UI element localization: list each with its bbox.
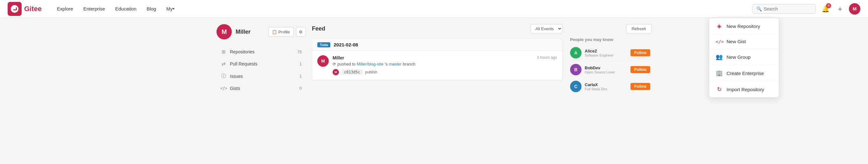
suggest-name-3: CarlaX (585, 82, 627, 87)
dropdown-import-repository[interactable]: ↻ Import Repository (709, 81, 779, 97)
follow-button-2[interactable]: Follow (630, 66, 650, 73)
nav-enterprise[interactable]: Enterprise (78, 0, 110, 18)
issues-label: Issues (230, 74, 300, 79)
event-user-avatar: M (317, 55, 329, 67)
suggest-item-2: B BobDev Open Source Lover Follow (569, 61, 651, 78)
dropdown-create-enterprise-label: Create Enterprise (726, 71, 764, 76)
feed-header: Feed All Events (312, 24, 562, 33)
event-filter-select[interactable]: All Events (531, 24, 562, 33)
suggest-avatar-1: A (570, 47, 582, 59)
nav-right-actions: 🔍 🔔 8 ＋ M (752, 3, 860, 14)
sidebar-menu: ⊞ Repositories 75 ⇄ Pull Requests 1 ⓘ Is… (217, 46, 306, 94)
nav-explore[interactable]: Explore (52, 0, 78, 18)
sidebar-item-pull-requests[interactable]: ⇄ Pull Requests 1 (217, 58, 306, 70)
notification-badge: 8 (826, 3, 831, 8)
sidebar: M Miller 📋 Profile ⚙ ⊞ Repositories 75 ⇄ (217, 24, 306, 100)
pull-request-icon: ⇄ (220, 61, 227, 67)
new-gist-icon: </> (716, 39, 723, 44)
repositories-count: 75 (297, 50, 302, 54)
right-panel: Refresh People you may know A AliceZ Sof… (569, 24, 651, 100)
repositories-label: Repositories (230, 49, 297, 54)
follow-button-1[interactable]: Follow (630, 49, 650, 56)
user-actions: 📋 Profile ⚙ (268, 27, 306, 37)
follow-button-3[interactable]: Follow (630, 83, 650, 90)
suggest-sub-1: Software Engineer (585, 54, 627, 57)
profile-icon: 📋 (272, 30, 277, 34)
gists-label: Gists (230, 86, 300, 91)
new-group-icon: 👥 (716, 54, 723, 60)
suggest-avatar-3: C (570, 81, 582, 92)
notifications-button[interactable]: 🔔 8 (820, 3, 831, 14)
event-body: Miller ⟳ pushed to Miller/blog-site 's m… (333, 55, 557, 75)
new-repo-icon: ◈ (716, 23, 723, 30)
username: Miller (236, 29, 251, 35)
create-enterprise-icon: 🏢 (716, 70, 723, 76)
event-username: Miller (333, 55, 415, 60)
pull-requests-count: 1 (300, 62, 302, 66)
nav-links: Explore Enterprise Education Blog My (52, 0, 752, 18)
logo-text: Gitee (24, 5, 42, 13)
suggest-item-1: A AliceZ Software Engineer Follow (569, 44, 651, 61)
search-box[interactable]: 🔍 (752, 4, 816, 14)
profile-label: Profile (278, 30, 290, 34)
repo-icon: ⊞ (220, 49, 227, 55)
dropdown-new-gist[interactable]: </> New Gist (709, 34, 779, 49)
suggest-info-2: BobDev Open Source Lover (585, 65, 627, 74)
event-repo-link[interactable]: Miller/blog-site (357, 62, 383, 66)
commit-message: publish (365, 70, 377, 74)
nav-blog[interactable]: Blog (142, 0, 161, 18)
logo-icon (8, 2, 22, 16)
suggest-info-3: CarlaX Full Stack Dev (585, 82, 627, 91)
event-time: 3 hours ago (537, 55, 557, 60)
event-description: ⟳ pushed to Miller/blog-site 's master b… (333, 62, 415, 66)
suggest-info-1: AliceZ Software Engineer (585, 48, 627, 57)
plus-button[interactable]: ＋ (835, 4, 845, 14)
push-icon: ⟳ (333, 62, 336, 66)
nav-my[interactable]: My (161, 0, 180, 18)
dropdown-new-repository[interactable]: ◈ New Repository (709, 18, 779, 34)
refresh-button[interactable]: Refresh (626, 24, 651, 33)
profile-button[interactable]: 📋 Profile (268, 27, 293, 37)
commit-hash[interactable]: c813d5c (341, 69, 363, 75)
feed-filter: All Events (531, 24, 562, 33)
top-navigation: Gitee Explore Enterprise Education Blog … (0, 0, 868, 18)
search-input[interactable] (764, 6, 812, 11)
user-avatar-button[interactable]: M (849, 3, 860, 14)
commit-avatar: M (333, 69, 339, 75)
suggestions-section: People you may know A AliceZ Software En… (569, 37, 651, 95)
suggest-item-3: C CarlaX Full Stack Dev Follow (569, 78, 651, 95)
sidebar-item-issues[interactable]: ⓘ Issues 1 (217, 70, 306, 82)
settings-button[interactable]: ⚙ (296, 27, 306, 37)
logo-link[interactable]: Gitee (8, 2, 42, 16)
feed-area: Feed All Events Toda 2021-02-08 M Miller (312, 24, 562, 100)
event-branch-prefix: 's (385, 62, 388, 66)
issue-icon: ⓘ (220, 73, 227, 79)
suggest-name-1: AliceZ (585, 48, 627, 54)
dropdown-new-group-label: New Group (726, 54, 751, 60)
suggest-avatar-2: B (570, 64, 582, 75)
feed-date: 2021-02-08 (334, 42, 358, 47)
nav-education[interactable]: Education (110, 0, 142, 18)
event-branch-link[interactable]: master (389, 62, 402, 66)
suggest-sub-2: Open Source Lover (585, 70, 627, 74)
event-branch-suffix: branch (403, 62, 415, 66)
gists-count: 0 (300, 86, 302, 91)
dropdown-create-enterprise[interactable]: 🏢 Create Enterprise (709, 65, 779, 81)
dropdown-menu: ◈ New Repository </> New Gist 👥 New Grou… (709, 18, 779, 98)
feed-event: M Miller ⟳ pushed to Miller/blog-site 's… (312, 51, 562, 80)
sidebar-item-gists[interactable]: </> Gists 0 (217, 82, 306, 94)
search-icon: 🔍 (756, 6, 762, 11)
main-layout: M Miller 📋 Profile ⚙ ⊞ Repositories 75 ⇄ (211, 18, 657, 106)
import-repo-icon: ↻ (716, 86, 723, 93)
suggest-sub-3: Full Stack Dev (585, 87, 627, 91)
dropdown-new-group[interactable]: 👥 New Group (709, 49, 779, 65)
suggestions-header: People you may know (569, 37, 651, 42)
commit-line: M c813d5c publish (333, 69, 415, 75)
avatar: M (217, 24, 232, 39)
dropdown-new-gist-label: New Gist (726, 39, 746, 44)
feed-title: Feed (312, 26, 325, 32)
sidebar-item-repositories[interactable]: ⊞ Repositories 75 (217, 46, 306, 58)
dropdown-new-repository-label: New Repository (726, 24, 760, 29)
today-badge: Toda (317, 42, 330, 47)
event-action: pushed to (337, 62, 355, 66)
